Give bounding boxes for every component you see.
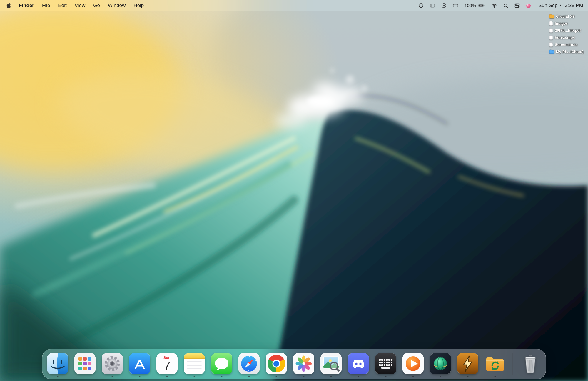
dock: Sun 7 xyxy=(42,349,546,379)
notes-icon xyxy=(184,353,205,374)
menu-help[interactable]: Help xyxy=(133,3,144,9)
dock-separator xyxy=(512,353,513,375)
calendar-icon: Sun 7 xyxy=(156,353,178,374)
system-settings-icon xyxy=(102,353,123,374)
dock-item-globe-app[interactable] xyxy=(430,353,451,374)
launchpad-icon xyxy=(74,353,96,374)
menu-file[interactable]: File xyxy=(42,3,50,9)
desktop-item-my-photos-icloud[interactable]: My Ph...iCloud) xyxy=(549,49,584,54)
lightning-app-icon xyxy=(457,353,478,374)
menu-edit[interactable]: Edit xyxy=(58,3,66,9)
file-icon xyxy=(549,42,553,47)
running-indicator xyxy=(412,376,414,377)
desktop-item-label: Crucial X9 xyxy=(556,14,575,19)
running-indicator xyxy=(276,376,277,377)
running-indicator xyxy=(303,376,305,377)
unarchiver-icon xyxy=(485,353,506,374)
dock-item-unarchiver[interactable] xyxy=(485,353,506,374)
dock-item-calendar[interactable]: Sun 7 xyxy=(156,353,178,374)
running-indicator xyxy=(139,376,141,377)
play-circle-icon[interactable] xyxy=(441,3,447,8)
dock-item-app-store[interactable] xyxy=(129,353,150,374)
clock-time: 3:28 PM xyxy=(565,3,583,9)
keyboard-app-icon xyxy=(375,353,396,374)
running-indicator xyxy=(166,376,168,377)
dock-item-finder[interactable] xyxy=(47,353,68,374)
chrome-icon xyxy=(266,353,287,374)
dock-item-safari[interactable] xyxy=(238,353,260,374)
dock-item-media-player[interactable] xyxy=(402,353,424,374)
media-player-icon xyxy=(402,353,424,374)
dock-item-messages[interactable] xyxy=(211,353,232,374)
dock-item-preview[interactable] xyxy=(320,353,342,374)
messages-icon xyxy=(211,353,232,374)
menu-window[interactable]: Window xyxy=(108,3,126,9)
app-store-icon xyxy=(129,353,150,374)
menu-bar-clock[interactable]: Sun Sep 7 3:28 PM xyxy=(538,3,583,9)
blue-folder-icon xyxy=(549,49,554,54)
running-indicator xyxy=(467,376,469,377)
desktop-item-images[interactable]: Images xyxy=(549,21,584,26)
app-menu-title[interactable]: Finder xyxy=(19,3,34,9)
menu-view[interactable]: View xyxy=(75,3,86,9)
battery-percent: 100% xyxy=(465,3,476,8)
dock-item-system-settings[interactable] xyxy=(102,353,123,374)
safari-icon xyxy=(238,353,260,374)
running-indicator xyxy=(248,376,250,377)
running-indicator xyxy=(221,376,223,377)
running-indicator xyxy=(495,376,496,377)
desktop-item-screenshots[interactable]: Screenshots xyxy=(549,42,584,47)
desktop-item-house-mp4[interactable]: house.mp4 xyxy=(549,35,584,40)
dock-item-chrome[interactable] xyxy=(266,353,287,374)
trash-icon xyxy=(520,353,541,374)
keyboard-icon[interactable] xyxy=(453,3,458,8)
clock-date: Sun Sep 7 xyxy=(538,3,562,9)
dock-item-photos[interactable] xyxy=(293,353,314,374)
running-indicator xyxy=(385,376,387,377)
apple-menu-icon[interactable] xyxy=(6,3,11,8)
preview-icon xyxy=(320,353,342,374)
desktop-wallpaper xyxy=(0,0,588,381)
running-indicator xyxy=(358,376,359,377)
battery-icon xyxy=(478,3,485,8)
dock-item-launchpad[interactable] xyxy=(74,353,96,374)
running-indicator xyxy=(440,376,441,377)
running-indicator xyxy=(112,376,113,377)
globe-app-icon xyxy=(430,353,451,374)
running-indicator xyxy=(330,376,332,377)
desktop-item-pdf[interactable]: 29f7b...bfb.pdf xyxy=(549,28,584,33)
running-indicator xyxy=(57,376,59,377)
desktop-item-label: house.mp4 xyxy=(555,35,575,40)
photos-icon xyxy=(293,353,314,374)
file-icon xyxy=(549,28,553,33)
control-center-icon[interactable] xyxy=(514,3,520,8)
desktop-item-label: 29f7b...bfb.pdf xyxy=(555,28,581,33)
yellow-folder-icon xyxy=(549,14,554,19)
display-window-icon[interactable] xyxy=(430,3,435,8)
menu-bar: Finder File Edit View Go Window Help 100… xyxy=(0,0,588,11)
file-icon xyxy=(549,21,553,26)
desktop-item-label: Screenshots xyxy=(555,42,578,47)
file-icon xyxy=(549,35,553,40)
battery-status[interactable]: 100% xyxy=(465,3,486,8)
dock-item-discord[interactable] xyxy=(348,353,369,374)
desktop-icon-list: Crucial X9 Images 29f7b...bfb.pdf house.… xyxy=(549,14,584,54)
desktop-item-label: Images xyxy=(555,21,568,26)
running-indicator xyxy=(194,376,195,377)
finder-icon xyxy=(47,353,68,374)
dock-item-lightning-app[interactable] xyxy=(457,353,478,374)
calendar-day: 7 xyxy=(164,360,170,372)
wifi-icon[interactable] xyxy=(492,3,497,8)
menu-extra-app-icon[interactable] xyxy=(526,3,531,8)
shield-icon[interactable] xyxy=(418,3,424,8)
dock-item-keyboard-utility[interactable] xyxy=(375,353,396,374)
dock-item-notes[interactable] xyxy=(184,353,205,374)
dock-item-trash[interactable] xyxy=(520,353,541,374)
discord-icon xyxy=(348,353,369,374)
desktop-item-crucial-x9[interactable]: Crucial X9 xyxy=(549,14,584,19)
menu-go[interactable]: Go xyxy=(93,3,100,9)
desktop-item-label: My Ph...iCloud) xyxy=(556,49,584,54)
spotlight-search-icon[interactable] xyxy=(503,3,508,8)
